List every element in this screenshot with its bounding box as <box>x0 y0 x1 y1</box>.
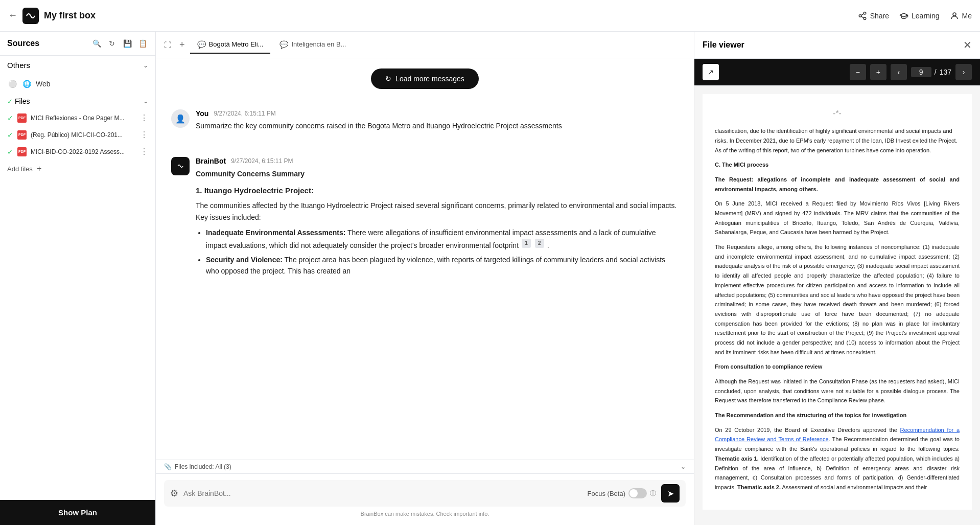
disclaimer-text: BrainBox can make mistakes. Check import… <box>164 509 686 519</box>
user-icon <box>950 11 959 20</box>
me-button[interactable]: Me <box>950 11 972 20</box>
list-item[interactable]: ✓ PDF (Reg. Público) MICI-CII-CO-201... … <box>0 126 155 143</box>
file-viewer-toolbar: ↗ − + ‹ / 137 › <box>694 59 980 86</box>
app-header: ← My first box Share Learning Me <box>0 0 980 32</box>
svg-point-3 <box>864 17 866 20</box>
files-included-label: Files included: All (3) <box>175 463 231 470</box>
response-title: Community Concerns Summary <box>196 168 679 179</box>
svg-line-5 <box>861 13 864 15</box>
refresh-icon[interactable]: ↻ <box>106 38 118 49</box>
list-item[interactable]: ✓ PDF MICI Reflexiones - One Pager M... … <box>0 109 155 126</box>
file-menu-icon[interactable]: ⋮ <box>140 130 148 140</box>
file-check-icon: ✓ <box>7 131 13 139</box>
bot-avatar <box>171 157 190 175</box>
focus-toggle: Focus (Beta) ⓘ <box>588 488 656 498</box>
section-heading: 1. Ituango Hydroelectric Project: <box>196 185 679 197</box>
recommendation-link[interactable]: Recommendation for a Compliance Review a… <box>715 427 960 443</box>
pdf-section-heading: C. The MICI process <box>715 160 960 170</box>
add-source-icon[interactable]: 📋 <box>137 38 148 49</box>
files-section-header[interactable]: ✓ Files ⌄ <box>0 93 155 109</box>
sources-title: Sources <box>7 39 91 48</box>
chat-input[interactable] <box>183 489 582 497</box>
pdf-section-heading: The Recommendation and the structuring o… <box>715 410 960 420</box>
prev-page-button[interactable]: ‹ <box>891 64 907 80</box>
citation-2[interactable]: 2 <box>535 239 544 248</box>
input-bar: ⚙ Focus (Beta) ⓘ ➤ BrainBox can make mis… <box>156 473 694 525</box>
add-files-plus-icon: + <box>37 164 41 173</box>
pdf-icon: PDF <box>17 130 27 140</box>
bot-author: BrainBot <box>196 157 226 165</box>
file-name: MICI-BID-CO-2022-0192 Assess... <box>31 148 136 155</box>
web-circle-icon: ⚪ <box>7 79 17 89</box>
page-separator: / <box>935 68 937 76</box>
settings-icon[interactable]: ⚙ <box>170 488 178 499</box>
copy-button[interactable]: 📋 <box>196 134 213 147</box>
learning-button[interactable]: Learning <box>899 11 940 20</box>
info-icon[interactable]: ⓘ <box>650 489 656 498</box>
file-name: (Reg. Público) MICI-CII-CO-201... <box>31 131 136 139</box>
message-author: You <box>196 109 208 118</box>
bot-logo-icon <box>175 161 185 171</box>
page-display: / 137 <box>911 67 951 77</box>
expand-icon[interactable]: ⛶ <box>161 38 174 52</box>
pdf-paragraph: classification, due to the identificatio… <box>715 126 960 155</box>
file-menu-icon[interactable]: ⋮ <box>140 113 148 123</box>
page-divider: -*- <box>715 106 960 120</box>
back-button[interactable]: ← <box>8 10 17 21</box>
user-avatar: 👤 <box>171 109 190 128</box>
refresh-icon: ↻ <box>385 75 391 83</box>
file-menu-icon[interactable]: ⋮ <box>140 147 148 156</box>
list-item[interactable]: ✓ PDF MICI-BID-CO-2022-0192 Assess... ⋮ <box>0 143 155 160</box>
zoom-in-button[interactable]: + <box>870 64 886 80</box>
concerns-list: Inadequate Environmental Assessments: Th… <box>206 227 679 277</box>
focus-switch[interactable] <box>628 488 647 498</box>
globe-icon: 🌐 <box>21 79 32 89</box>
tab-inteligencia[interactable]: 💬 Inteligencia en B... <box>272 36 353 54</box>
close-icon[interactable]: ✕ <box>963 39 972 51</box>
add-files-label: Add files <box>7 165 33 173</box>
main-layout: Sources 🔍 ↻ 💾 📋 Others ⌄ ⚪ 🌐 Web ✓ Files… <box>0 32 980 525</box>
add-files-button[interactable]: Add files + <box>0 160 155 177</box>
pdf-paragraph: On 5 June 2018, MICI received a Request … <box>715 199 960 237</box>
share-icon <box>858 11 867 20</box>
file-viewer-content[interactable]: -*- classification, due to the identific… <box>694 86 980 525</box>
pdf-paragraph: The Request: allegations of incomplete a… <box>715 175 960 194</box>
citation-1[interactable]: 1 <box>522 239 531 248</box>
show-plan-button[interactable]: Show Plan <box>0 500 155 525</box>
sources-header: Sources 🔍 ↻ 💾 📋 <box>0 32 155 56</box>
external-link-button[interactable]: ↗ <box>703 64 719 80</box>
send-button[interactable]: ➤ <box>661 484 680 503</box>
tab-bogota[interactable]: 💬 Bogotá Metro Eli... <box>190 36 271 54</box>
message-content: You 9/27/2024, 6:15:11 PM Summarize the … <box>196 109 679 147</box>
others-chevron-icon: ⌄ <box>143 62 148 69</box>
paperclip-icon: 📎 <box>164 463 172 470</box>
page-number-input[interactable] <box>911 67 931 77</box>
next-page-button[interactable]: › <box>955 64 972 80</box>
pdf-paragraph: Although the Request was initiated in th… <box>715 377 960 405</box>
file-check-icon: ✓ <box>7 114 13 122</box>
list-item: Security and Violence: The project area … <box>206 254 679 277</box>
delete-button[interactable]: 🗑 <box>217 134 232 147</box>
zoom-out-button[interactable]: − <box>850 64 866 80</box>
load-more-button[interactable]: ↻ Load more messages <box>371 69 479 89</box>
svg-point-1 <box>864 12 866 14</box>
list-item: Inadequate Environmental Assessments: Th… <box>206 227 679 250</box>
share-button[interactable]: Share <box>858 11 889 20</box>
files-chevron-icon: ⌄ <box>681 463 686 470</box>
chat-icon: 💬 <box>197 40 206 49</box>
add-tab-button[interactable]: + <box>176 36 188 53</box>
message-time: 9/27/2024, 6:15:11 PM <box>214 110 275 117</box>
bot-response: Community Concerns Summary 1. Ituango Hy… <box>196 168 679 277</box>
pdf-page: -*- classification, due to the identific… <box>703 94 972 510</box>
file-viewer-header: File viewer ✕ <box>694 32 980 59</box>
sidebar-item-web[interactable]: ⚪ 🌐 Web <box>0 75 155 93</box>
total-pages: 137 <box>940 68 951 76</box>
others-section-header[interactable]: Others ⌄ <box>0 56 155 75</box>
message-text: Summarize the key community concerns rai… <box>196 121 679 131</box>
file-check-icon: ✓ <box>7 148 13 156</box>
bot-message-header: BrainBot 9/27/2024, 6:15:11 PM <box>196 157 679 165</box>
bullet-heading: Inadequate Environmental Assessments: <box>206 229 345 237</box>
upload-icon[interactable]: 💾 <box>122 38 133 49</box>
search-icon[interactable]: 🔍 <box>91 38 102 49</box>
bot-message-content: BrainBot 9/27/2024, 6:15:11 PM Community… <box>196 157 679 281</box>
